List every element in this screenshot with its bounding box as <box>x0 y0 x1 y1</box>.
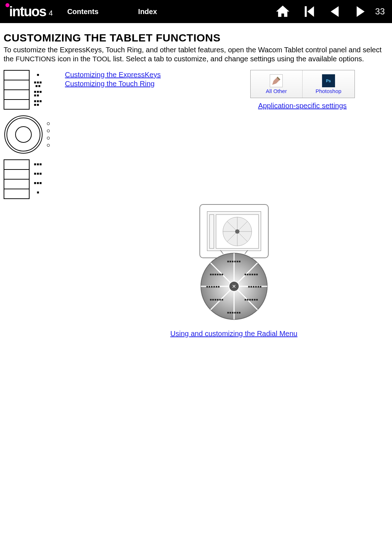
page-title: CUSTOMIZING THE TABLET FUNCTIONS <box>4 32 388 44</box>
expresskey-left-block-top <box>4 70 30 110</box>
page-content: CUSTOMIZING THE TABLET FUNCTIONS To cust… <box>0 23 392 341</box>
index-link[interactable]: Index <box>138 8 157 16</box>
contents-link[interactable]: Contents <box>67 8 98 16</box>
top-nav-icons <box>275 4 369 19</box>
app-photoshop[interactable]: Ps Photoshop <box>303 70 354 98</box>
svg-line-13 <box>214 250 223 254</box>
radial-menu-link[interactable]: Using and customizing the Radial Menu <box>170 330 297 338</box>
page-number-top: 33 <box>375 6 385 17</box>
svg-point-2 <box>16 127 31 142</box>
app-all-other-label: All Other <box>266 88 287 94</box>
svg-text:■■■■■■: ■■■■■■ <box>210 298 224 301</box>
expresskey-dots-bottom: ■■■■■■■■■ ■ <box>34 159 42 197</box>
app-all-other[interactable]: All Other <box>251 70 303 98</box>
touch-ring-icon <box>4 115 43 154</box>
customize-links: Customizing the ExpressKeys Customizing … <box>65 70 216 204</box>
svg-text:■■■■■■: ■■■■■■ <box>227 260 241 263</box>
svg-point-10 <box>235 229 239 234</box>
intro-paragraph: To customize the ExpressKeys, Touch Ring… <box>4 45 386 63</box>
svg-rect-3 <box>210 215 214 248</box>
svg-text:■■■■■■: ■■■■■■ <box>227 311 241 314</box>
next-page-icon[interactable] <box>353 4 369 19</box>
photoshop-icon: Ps <box>322 74 335 87</box>
brand-logo: • intuos 4 <box>4 4 53 19</box>
top-toolbar: • intuos 4 Contents Index 33 <box>0 0 392 23</box>
svg-text:✕: ✕ <box>232 283 236 289</box>
application-selector: All Other Ps Photoshop <box>250 70 355 98</box>
expresskey-left-block-bottom <box>4 159 30 199</box>
home-icon[interactable] <box>275 4 291 19</box>
touch-ring-led-icons <box>47 122 50 147</box>
svg-marker-12 <box>220 250 248 253</box>
top-nav-links: Contents Index <box>67 8 157 16</box>
svg-line-14 <box>245 250 254 254</box>
app-settings-link[interactable]: Application-specific settings <box>258 102 347 110</box>
svg-text:■■■■■■: ■■■■■■ <box>244 298 258 301</box>
app-photoshop-label: Photoshop <box>316 88 342 94</box>
svg-text:■■■■■■: ■■■■■■ <box>248 285 262 288</box>
prev-page-icon[interactable] <box>327 4 343 19</box>
touchring-link[interactable]: Customizing the Touch Ring <box>65 80 216 88</box>
svg-text:■■■■■■: ■■■■■■ <box>244 273 258 276</box>
pencil-icon <box>270 74 283 87</box>
brand-sub: 4 <box>49 9 53 17</box>
svg-point-0 <box>5 116 42 153</box>
brand-name: intuos <box>9 4 46 19</box>
expresskey-dots-top: ■■■■ ■■■■■■■■■■■■ <box>34 70 42 107</box>
first-page-icon[interactable] <box>301 4 317 19</box>
expresskeys-link[interactable]: Customizing the ExpressKeys <box>65 71 216 79</box>
expresskey-diagrams: ■■■■ ■■■■■■■■■■■■ ■■■■■■■■■ ■ <box>4 70 65 204</box>
svg-text:■■■■■■: ■■■■■■ <box>206 285 220 288</box>
svg-text:■■■■■■: ■■■■■■ <box>210 273 224 276</box>
svg-point-1 <box>7 118 40 151</box>
radial-menu-diagram: ✕ ■■■■■■ ■■■■■■ ■■■■■■ ■■■■■■ ■■■■■■ ■■■… <box>123 204 388 338</box>
radial-menu-icon: ✕ ■■■■■■ ■■■■■■ ■■■■■■ ■■■■■■ ■■■■■■ ■■■… <box>198 250 270 322</box>
